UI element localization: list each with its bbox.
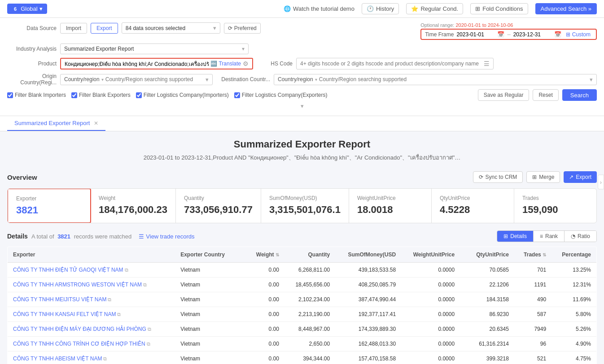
cell-weight: 0.00 (237, 307, 284, 322)
hscode-input: ☰ (296, 58, 494, 69)
date-to-input[interactable] (513, 31, 551, 38)
filter-blank-exporters[interactable]: Filter Blank Exporters (71, 92, 131, 98)
dest-country-select[interactable]: Country/region ▾ ▾ (274, 74, 597, 85)
cell-qty-unit: 86.9230 (460, 307, 514, 322)
copy-icon[interactable]: ⧉ (143, 282, 147, 287)
fold-conditions-button[interactable]: ⊞ Fold Conditions (470, 3, 528, 14)
origin-country-input[interactable] (105, 76, 204, 82)
collapse-button[interactable]: ▾ (7, 101, 597, 111)
cell-qty-unit: 61,316.2314 (460, 337, 514, 351)
cell-sum-money: 162,488,013.30 (335, 337, 401, 351)
chevron-down-icon: ▾ (315, 77, 317, 82)
tab-close-icon[interactable]: ✕ (94, 120, 98, 126)
search-panel: Data Source Import Export 84 data source… (0, 18, 604, 116)
save-as-regular-button[interactable]: Save as Regular (478, 89, 530, 101)
translate-icon: 🔤 (210, 61, 217, 67)
copy-icon[interactable]: ⧉ (148, 326, 151, 332)
calendar-icon-2: 📅 (554, 31, 561, 38)
sync-crm-button[interactable]: ⟳ Sync to CRM (473, 171, 523, 183)
cell-sum-money: 192,377,117.41 (335, 307, 401, 322)
company-link[interactable]: CÔNG TY TNHH ABEISM VIỆT NAM (13, 355, 102, 362)
company-link[interactable]: CÔNG TY TNHH MEIJITSU VIỆT NAM (13, 296, 106, 303)
cell-exporter: CÔNG TY TNHH CÔNG TRÌNH CƠ ĐIỆN HỢP THIÊ… (8, 337, 175, 351)
stats-row: Exporter 3821 Weight 184,176,000.23 Quan… (7, 188, 597, 223)
cell-trades: 521 (514, 351, 551, 364)
col-exporter: Exporter (8, 247, 175, 263)
translate-button[interactable]: 🔤 Translate (210, 61, 241, 67)
export-button[interactable]: ↗ Export (564, 171, 597, 183)
global-button[interactable]: 6 Global ▾ (7, 4, 47, 14)
cell-qty-unit: 70.0585 (460, 263, 514, 277)
tab-summarized-exporter[interactable]: Summarized Exporter Report ✕ (7, 116, 105, 131)
chevron-down-icon: ▾ (39, 5, 43, 12)
cell-qty-unit: 22.1206 (460, 277, 514, 292)
data-source-select[interactable]: 84 data sources selected ▾ (122, 22, 220, 34)
copy-icon[interactable]: ⧉ (103, 356, 107, 361)
cell-weight: 0.00 (237, 337, 284, 351)
export-tab[interactable]: Export (91, 23, 118, 34)
cell-country: Vietnam (175, 277, 237, 292)
hscode-text-input[interactable] (300, 61, 482, 67)
stat-exporter: Exporter 3821 (7, 188, 91, 223)
copy-icon[interactable]: ⧉ (108, 297, 111, 302)
cell-weight: 0.00 (237, 351, 284, 364)
table-row: CÔNG TY TNHH ABEISM VIỆT NAM⧉ Vietnam 0.… (8, 351, 597, 364)
dest-country-input[interactable] (319, 76, 588, 82)
copy-icon[interactable]: ⧉ (125, 267, 128, 273)
chevron-down-icon: ▾ (101, 77, 104, 82)
timeframe-row: Time Frame 📅 – 📅 ⊞ Custom (420, 29, 597, 40)
filter-logistics-importers[interactable]: Filter Logistics Company(Importers) (136, 92, 229, 98)
col-weight-unit: WeightUnitPrice (401, 247, 460, 263)
settings-icon-button[interactable]: ⚙ (243, 60, 249, 67)
product-input-wrap: 🔤 Translate ⚙ (60, 58, 253, 69)
cell-trades: 96 (514, 337, 551, 351)
hscode-list-icon[interactable]: ☰ (484, 60, 490, 67)
merge-button[interactable]: ⊞ Merge (526, 171, 560, 183)
copy-icon[interactable]: ⧉ (147, 341, 150, 347)
reset-button[interactable]: Reset (533, 89, 558, 101)
custom-button[interactable]: ⊞ Custom (564, 31, 592, 38)
table-row: CÔNG TY TNHH ARMSTRONG WESTON VIỆT NAM⧉ … (8, 277, 597, 292)
cell-sum-money: 174,339,889.30 (335, 322, 401, 337)
view-trade-records-link[interactable]: ☰ View trade records (139, 233, 194, 240)
details-header: Details A total of 3821 records were mat… (7, 230, 597, 242)
industry-select[interactable]: Summarized Exporter Report ▾ (60, 43, 249, 54)
preferred-button[interactable]: ⟳ Preferred (224, 23, 261, 34)
col-trades[interactable]: Trades ⇅ (514, 247, 551, 263)
table-row: CÔNG TY TNHH CÔNG TRÌNH CƠ ĐIỆN HỢP THIÊ… (8, 337, 597, 351)
tab-rank[interactable]: ≡ Rank (534, 231, 565, 242)
history-icon: 🕐 (367, 5, 374, 12)
timeframe-section: Optional range: 2020-01-01 to 2024-10-06… (420, 22, 597, 40)
overview-header: Overview ⟳ Sync to CRM ⊞ Merge ↗ Export (7, 171, 597, 183)
company-link[interactable]: CÔNG TY TNHH ARMSTRONG WESTON VIỆT NAM (13, 282, 142, 288)
product-input[interactable] (65, 61, 209, 67)
tab-ratio[interactable]: ◔ Ratio (565, 231, 596, 242)
cell-exporter: CÔNG TY TNHH KANSAI FELT VIỆT NAM⧉ (8, 307, 175, 322)
company-link[interactable]: CÔNG TY TNHH ĐIỆN TỬ GAOQI VIỆT NAM (13, 267, 123, 273)
overview-title: Overview (7, 173, 37, 181)
tab-details[interactable]: ⊞ Details (497, 231, 534, 242)
cell-percentage: 5.26% (551, 322, 596, 337)
company-link[interactable]: CÔNG TY TNHH CÔNG TRÌNH CƠ ĐIỆN HỢP THIÊ… (13, 341, 145, 347)
collapse-side-button[interactable]: › (598, 175, 604, 190)
watch-tutorial-link[interactable]: 🌐 Watch the tutorial demo (284, 5, 355, 12)
copy-icon[interactable]: ⧉ (117, 312, 121, 317)
stat-trades: Trades 159,090 (514, 189, 596, 223)
company-link[interactable]: CÔNG TY TNHH ĐIỆN MÁY ĐẠI DƯƠNG HẢI PHÒN… (13, 326, 146, 332)
cell-sum-money: 387,474,990.44 (335, 292, 401, 307)
history-button[interactable]: 🕐 History (362, 3, 399, 14)
company-link[interactable]: CÔNG TY TNHH KANSAI FELT VIỆT NAM (13, 311, 116, 317)
col-weight[interactable]: Weight ⇅ (237, 247, 284, 263)
filter-blank-importers[interactable]: Filter Blank Importers (7, 92, 66, 98)
cell-sum-money: 157,470,158.58 (335, 351, 401, 364)
cell-country: Vietnam (175, 322, 237, 337)
overview-actions: ⟳ Sync to CRM ⊞ Merge ↗ Export (473, 171, 597, 183)
origin-country-select[interactable]: Country/region ▾ ▾ (60, 74, 213, 85)
import-tab[interactable]: Import (60, 23, 87, 34)
date-from-input[interactable] (456, 31, 495, 38)
search-button[interactable]: Search (562, 89, 597, 101)
data-source-label: Data Source (7, 25, 57, 31)
regular-cond-button[interactable]: ⭐ Regular Cond. (406, 3, 463, 14)
advanced-search-button[interactable]: Advanced Search » (535, 3, 597, 14)
filter-logistics-exporters[interactable]: Filter Logistics Company(Exporters) (234, 92, 328, 98)
